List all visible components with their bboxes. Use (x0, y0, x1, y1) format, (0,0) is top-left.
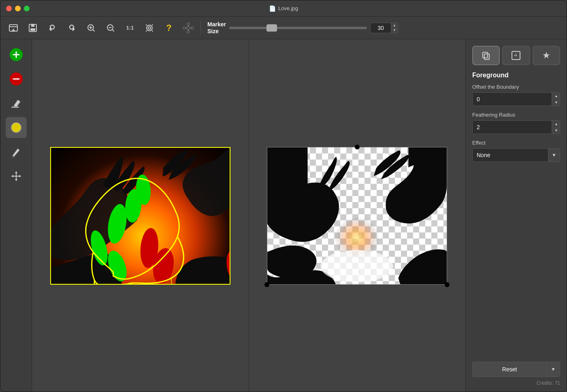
canvas-area (32, 39, 465, 392)
right-panel (249, 39, 466, 392)
zoom-in-button[interactable] (82, 19, 100, 37)
zoom-100-button[interactable]: 1:1 (121, 19, 139, 37)
svg-point-10 (187, 31, 190, 33)
preview-container (267, 147, 447, 285)
offset-input[interactable] (473, 93, 552, 106)
preview-image[interactable] (267, 147, 447, 285)
svg-point-8 (187, 26, 190, 30)
svg-rect-3 (30, 28, 35, 31)
offset-arrows: ▲ ▼ (552, 93, 560, 106)
redo-button[interactable] (63, 19, 81, 37)
color-picker-tool[interactable] (6, 117, 27, 138)
minimize-button[interactable] (15, 6, 21, 11)
marker-value-arrows: ▲ ▼ (391, 23, 398, 33)
tab-star[interactable]: ★ (533, 46, 560, 65)
svg-point-12 (191, 27, 194, 29)
marker-slider-container (229, 27, 367, 29)
zoom-out-button[interactable] (102, 19, 119, 37)
tab-bar: ★ (472, 46, 560, 65)
resize-handle-bottom-right[interactable] (445, 282, 450, 287)
original-image[interactable] (50, 147, 230, 285)
svg-point-29 (321, 250, 393, 283)
open-button[interactable] (4, 19, 22, 37)
close-button[interactable] (6, 6, 12, 11)
marker-size-slider[interactable] (229, 27, 367, 29)
feathering-label: Feathering Radius (472, 112, 560, 118)
feathering-input[interactable] (473, 121, 552, 134)
svg-rect-2 (31, 24, 34, 27)
right-sidebar: ★ Foreground Offset the Boundary ▲ ▼ Fea… (465, 39, 567, 392)
window-title: 📄 Love.jpg (269, 5, 298, 12)
marker-size-label: Marker Size (207, 21, 226, 35)
zoom-fit-button[interactable] (141, 19, 158, 37)
tab-cutout[interactable] (502, 46, 530, 65)
left-sidebar (0, 39, 32, 392)
eraser-tool[interactable] (6, 93, 27, 114)
move-tool[interactable] (6, 166, 27, 187)
reset-dropdown-button[interactable]: ▼ (546, 362, 560, 377)
section-title: Foreground (472, 72, 560, 79)
marker-size-up[interactable]: ▲ (391, 23, 398, 28)
bottom-section: Reset ▼ Credits: 71 (472, 362, 560, 386)
offset-label: Offset the Boundary (472, 84, 560, 90)
effect-select-row: None Blur Sharpen Glow ▼ (472, 148, 560, 162)
reset-row: Reset ▼ (472, 362, 560, 377)
svg-point-6 (147, 25, 152, 31)
svg-point-9 (187, 23, 190, 25)
network-button[interactable] (179, 19, 197, 37)
brush-tool[interactable] (6, 141, 27, 162)
undo-button[interactable] (43, 19, 61, 37)
title-bar: 📄 Love.jpg (0, 0, 567, 17)
offset-down[interactable]: ▼ (552, 99, 560, 106)
feathering-arrows: ▲ ▼ (552, 121, 560, 134)
marker-value-box: 30 ▲ ▼ (370, 23, 398, 33)
left-panel (32, 39, 249, 392)
svg-rect-30 (483, 52, 488, 58)
effect-select[interactable]: None Blur Sharpen Glow (473, 149, 548, 162)
marker-size-section: Marker Size 30 ▲ ▼ (207, 21, 398, 35)
credits-text: Credits: 71 (472, 380, 560, 386)
save-button[interactable] (24, 19, 42, 37)
reset-button[interactable]: Reset (473, 362, 546, 377)
preview-svg (267, 147, 447, 284)
marker-size-input[interactable]: 30 (371, 23, 391, 33)
svg-point-7 (148, 27, 151, 29)
svg-point-11 (183, 27, 185, 29)
window-controls (6, 6, 30, 11)
add-background-tool[interactable] (6, 68, 27, 89)
offset-up[interactable]: ▲ (552, 93, 560, 99)
feathering-up[interactable]: ▲ (552, 121, 560, 127)
effect-label: Effect (472, 140, 560, 146)
tab-copy[interactable] (472, 46, 500, 65)
feathering-down[interactable]: ▼ (552, 127, 560, 134)
toolbar-divider (200, 21, 201, 34)
feathering-input-row: ▲ ▼ (472, 120, 560, 134)
resize-handle-top[interactable] (355, 145, 360, 149)
svg-rect-31 (484, 54, 489, 60)
settings-section: Foreground Offset the Boundary ▲ ▼ Feath… (472, 72, 560, 362)
hands-silhouette-svg (51, 148, 230, 284)
offset-input-row: ▲ ▼ (472, 92, 560, 106)
svg-point-19 (11, 123, 21, 132)
file-icon: 📄 (269, 5, 276, 12)
maximize-button[interactable] (24, 6, 30, 11)
effect-dropdown-icon: ▼ (548, 149, 560, 162)
marker-size-down[interactable]: ▼ (391, 28, 398, 33)
toolbar: 1:1 ? Marker Size 30 (0, 17, 567, 39)
add-foreground-tool[interactable] (6, 44, 27, 65)
help-button[interactable]: ? (160, 19, 178, 37)
main-layout: ★ Foreground Offset the Boundary ▲ ▼ Fea… (0, 39, 567, 392)
resize-handle-bottom-left[interactable] (264, 282, 269, 287)
